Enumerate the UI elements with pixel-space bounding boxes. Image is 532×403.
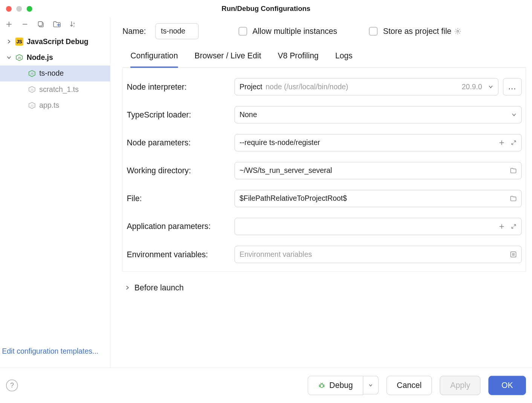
- svg-text:JS: JS: [18, 56, 21, 60]
- cancel-button-label: Cancel: [397, 381, 422, 390]
- chevron-right-icon[interactable]: [6, 39, 12, 44]
- add-macro-icon[interactable]: [499, 140, 505, 146]
- ok-button-label: OK: [501, 381, 513, 390]
- node-icon: JS: [28, 101, 36, 109]
- chevron-down-icon[interactable]: [6, 55, 12, 60]
- cancel-button[interactable]: Cancel: [387, 376, 432, 395]
- tab-logs[interactable]: Logs: [335, 48, 353, 68]
- node-parameters-input[interactable]: [235, 134, 522, 151]
- svg-text:JS: JS: [31, 104, 34, 107]
- tree-node-label: Node.js: [27, 53, 53, 62]
- window-title: Run/Debug Configurations: [0, 5, 532, 12]
- node-parameters-textfield[interactable]: [240, 138, 495, 147]
- sidebar-toolbar: az: [0, 17, 110, 33]
- tabs: Configuration Browser / Live Edit V8 Pro…: [122, 48, 526, 68]
- svg-text:JS: JS: [31, 72, 34, 75]
- typescript-loader-label: TypeScript loader:: [127, 110, 230, 119]
- js-icon: JS: [15, 38, 23, 46]
- environment-variables-textfield[interactable]: [240, 250, 507, 259]
- add-macro-icon[interactable]: [499, 223, 505, 229]
- browse-interpreter-button[interactable]: ...: [503, 78, 521, 96]
- svg-point-12: [457, 31, 459, 32]
- store-as-project-file-label: Store as project file: [383, 27, 451, 36]
- add-configuration-button[interactable]: [5, 20, 13, 29]
- node-interpreter-detail: node (/usr/local/bin/node): [266, 82, 348, 91]
- apply-button-label: Apply: [450, 381, 470, 390]
- tab-configuration[interactable]: Configuration: [130, 48, 178, 68]
- environment-variables-label: Environment variables:: [127, 250, 230, 259]
- help-button[interactable]: ?: [6, 379, 18, 391]
- debug-dropdown-button[interactable]: [363, 376, 379, 394]
- configuration-tree: JS JavaScript Debug JS Node.js JS: [0, 33, 110, 347]
- chevron-down-icon[interactable]: [488, 84, 493, 89]
- application-parameters-textfield[interactable]: [240, 222, 495, 231]
- application-parameters-input[interactable]: [235, 218, 522, 235]
- tree-leaf-label: scratch_1.ts: [39, 85, 79, 94]
- tree-leaf-scratch[interactable]: JS scratch_1.ts: [0, 81, 110, 97]
- tree-leaf-app[interactable]: JS app.ts: [0, 98, 110, 113]
- node-icon: JS: [28, 70, 36, 78]
- environment-variables-input[interactable]: [235, 246, 522, 263]
- configuration-form: Node interpreter: Project node (/usr/loc…: [122, 68, 526, 272]
- debug-button[interactable]: Debug: [308, 376, 363, 395]
- working-directory-textfield[interactable]: [240, 166, 507, 175]
- before-launch-section[interactable]: Before launch: [122, 272, 531, 296]
- working-directory-input[interactable]: [235, 162, 522, 179]
- edit-templates-link[interactable]: Edit configuration templates...: [0, 347, 110, 368]
- svg-rect-1: [38, 21, 43, 26]
- expand-icon[interactable]: [511, 140, 517, 146]
- file-label: File:: [127, 194, 230, 203]
- typescript-loader-value: None: [240, 110, 257, 119]
- folder-icon[interactable]: [510, 168, 517, 174]
- file-textfield[interactable]: [240, 194, 507, 203]
- name-label: Name:: [122, 27, 146, 36]
- tab-browser-live-edit[interactable]: Browser / Live Edit: [194, 48, 261, 68]
- svg-text:z: z: [73, 24, 75, 28]
- sort-configurations-button[interactable]: az: [69, 20, 77, 29]
- allow-multiple-instances-checkbox[interactable]: [238, 27, 247, 36]
- node-interpreter-label: Node interpreter:: [127, 82, 230, 92]
- node-interpreter-select[interactable]: Project node (/usr/local/bin/node) 20.9.…: [235, 78, 498, 96]
- application-parameters-label: Application parameters:: [127, 222, 230, 231]
- add-folder-button[interactable]: [53, 20, 61, 29]
- bug-icon: [318, 382, 325, 389]
- store-as-project-file-checkbox[interactable]: [369, 27, 378, 36]
- chevron-right-icon[interactable]: [125, 285, 130, 290]
- expand-icon[interactable]: [511, 223, 517, 229]
- typescript-loader-select[interactable]: None: [235, 106, 522, 124]
- svg-point-14: [320, 384, 323, 388]
- list-icon[interactable]: [510, 251, 517, 258]
- tree-leaf-label: ts-node: [39, 69, 64, 78]
- before-launch-label: Before launch: [135, 283, 184, 292]
- configuration-name-input[interactable]: [155, 23, 199, 39]
- allow-multiple-instances-label: Allow multiple instances: [252, 27, 337, 36]
- ok-button[interactable]: OK: [489, 376, 526, 395]
- tree-node-label: JavaScript Debug: [27, 37, 89, 46]
- tab-v8-profiling[interactable]: V8 Profiling: [278, 48, 318, 68]
- file-input[interactable]: [235, 190, 522, 207]
- bottom-bar: ? Debug Cancel: [0, 368, 532, 403]
- debug-button-label: Debug: [329, 381, 353, 390]
- folder-icon[interactable]: [510, 195, 517, 202]
- gear-icon[interactable]: [454, 27, 461, 35]
- node-interpreter-version: 20.9.0: [462, 82, 482, 91]
- svg-text:JS: JS: [31, 88, 34, 92]
- apply-button[interactable]: Apply: [440, 376, 481, 395]
- remove-configuration-button[interactable]: [21, 20, 29, 29]
- tree-node-nodejs[interactable]: JS Node.js: [0, 50, 110, 66]
- tree-node-javascript-debug[interactable]: JS JavaScript Debug: [0, 34, 110, 49]
- titlebar: Run/Debug Configurations: [0, 0, 532, 17]
- tree-leaf-ts-node[interactable]: JS ts-node: [0, 66, 110, 81]
- node-icon: JS: [15, 53, 23, 61]
- chevron-down-icon[interactable]: [511, 112, 517, 118]
- sidebar: az JS JavaScript Debug JS: [0, 17, 110, 368]
- copy-configuration-button[interactable]: [37, 20, 45, 29]
- node-interpreter-primary: Project: [240, 82, 262, 91]
- tree-leaf-label: app.ts: [39, 101, 59, 110]
- node-parameters-label: Node parameters:: [127, 138, 230, 147]
- working-directory-label: Working directory:: [127, 166, 230, 176]
- node-icon: JS: [28, 85, 36, 93]
